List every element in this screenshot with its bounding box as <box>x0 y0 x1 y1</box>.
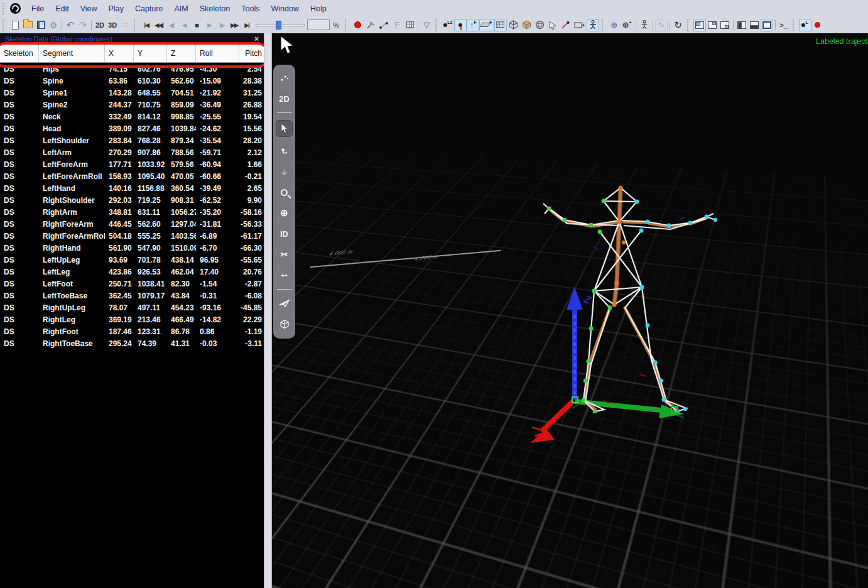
table-row[interactable]: DS LeftShoulder 283.84 768.28 879.34 -35… <box>0 134 264 146</box>
go-to-end-button[interactable]: ▶| <box>241 19 253 31</box>
table-row[interactable]: DS RightForeArmRoll 504.18 555.25 1403.5… <box>0 230 264 242</box>
record-button[interactable] <box>351 19 364 31</box>
table-row[interactable]: DS Spine1 143.28 648.55 704.51 -21.92 31… <box>0 87 264 99</box>
layout-3-button[interactable] <box>719 19 731 31</box>
stop-button[interactable]: ■ <box>190 19 203 31</box>
identify-tool[interactable]: ID <box>276 227 293 241</box>
skeleton-toggle-button[interactable] <box>587 19 599 31</box>
center-tool[interactable]: ⊕ <box>276 206 293 220</box>
layout-left-button[interactable] <box>735 19 748 31</box>
force-label-button[interactable]: F <box>391 19 403 31</box>
zoom-tool[interactable] <box>276 185 293 199</box>
volume-cube-tool[interactable] <box>276 317 293 331</box>
analog-view-button[interactable]: ∿ <box>655 19 668 31</box>
play-button[interactable]: ▶ <box>203 19 215 31</box>
layout-bottom-button[interactable] <box>748 19 761 31</box>
table-row[interactable]: DS RightToeBase 295.24 74.39 41.31 -0.03… <box>0 337 264 349</box>
view-3d-button[interactable]: 3D <box>106 19 119 31</box>
table-row[interactable]: DS Neck 332.49 814.12 998.85 -25.55 19.5… <box>0 111 264 122</box>
open-file-button[interactable] <box>21 19 35 31</box>
menu-item[interactable]: Capture <box>129 4 168 13</box>
bones-wire-button[interactable] <box>507 19 520 31</box>
camera-view-button[interactable] <box>572 19 587 31</box>
redo-button[interactable]: ↷ <box>77 19 89 31</box>
trajectory-dots-tool[interactable] <box>276 71 293 85</box>
table-row[interactable]: DS Hips 74.15 602.76 476.95 -4.30 2.54 <box>0 63 264 75</box>
table-row[interactable]: DS RightUpLeg 78.07 497.11 454.23 -93.16… <box>0 302 264 313</box>
toolbar-grip[interactable] <box>793 19 796 31</box>
panel-splitter[interactable] <box>264 33 272 588</box>
force-plate-button[interactable]: F <box>479 19 494 31</box>
select-tool-button[interactable] <box>546 19 559 31</box>
table-row[interactable]: DS LeftArm 270.29 907.86 788.56 -59.71 2… <box>0 146 264 158</box>
layout-2-button[interactable] <box>706 19 719 31</box>
table-row[interactable]: DS Spine 63.86 610.30 562.60 -15.09 28.3… <box>0 75 264 87</box>
force-arrow-button[interactable]: ↑F <box>467 19 479 31</box>
toolbar-grip[interactable] <box>687 19 691 31</box>
menu-item[interactable]: Skeleton <box>194 4 236 13</box>
paint-marker-button[interactable] <box>559 19 572 31</box>
reprocess-button[interactable]: ↻ <box>672 19 685 31</box>
save-button[interactable] <box>35 19 47 31</box>
orbit-tool[interactable]: ↷ <box>273 141 295 161</box>
qtm-app-logo-icon[interactable] <box>10 3 21 14</box>
sphere-view-button[interactable] <box>533 19 546 31</box>
fast-rewind-button[interactable]: ◀◀| <box>153 19 165 31</box>
terminal-button[interactable]: >_ <box>778 19 790 31</box>
toolbar-grip[interactable] <box>345 19 349 31</box>
layout-1-button[interactable] <box>693 19 706 31</box>
step-back-button[interactable]: ◀| <box>165 19 178 31</box>
table-row[interactable]: DS LeftUpLeg 93.69 701.78 438.14 96.95 -… <box>0 254 264 266</box>
table-row[interactable]: DS LeftFoot 250.71 1038.41 82.30 -1.54 -… <box>0 278 264 290</box>
cut-trajectory-tool[interactable]: ✂ <box>276 248 293 261</box>
menu-item[interactable]: Play <box>103 4 129 13</box>
center-on-marker-button[interactable]: ⊕+ <box>621 19 634 31</box>
close-icon[interactable]: × <box>254 35 259 43</box>
center-view-button[interactable]: ⊕ <box>608 19 621 31</box>
table-row[interactable]: DS RightShoulder 292.03 719.25 908.31 -6… <box>0 194 264 206</box>
skeleton-figure[interactable] <box>543 186 717 418</box>
table-row[interactable]: DS LeftForeArmRoll 158.93 1095.40 470.05… <box>0 170 264 182</box>
menu-item[interactable]: Edit <box>50 4 75 13</box>
data-grid-button[interactable] <box>403 19 416 31</box>
toolbar-grip[interactable] <box>3 19 6 31</box>
viewport-3d-canvas[interactable]: Z <box>272 33 868 588</box>
table-row[interactable]: DS LeftLeg 423.86 926.53 462.04 17.40 20… <box>0 266 264 278</box>
fast-forward-button[interactable]: ▶▶ <box>228 19 241 31</box>
add-trajectory-tool[interactable]: +• <box>276 268 293 282</box>
menu-item[interactable]: Help <box>305 4 332 13</box>
grid-toggle-button[interactable] <box>494 19 507 31</box>
table-row[interactable]: DS LeftHand 140.16 1156.88 360.54 -39.49… <box>0 182 264 194</box>
view-2d-button[interactable]: 2D <box>94 19 106 31</box>
toolbar-grip[interactable] <box>435 19 439 31</box>
undo-button[interactable]: ↶ <box>64 19 77 31</box>
speed-slider[interactable] <box>256 21 305 30</box>
lasso-select-tool[interactable] <box>276 297 293 310</box>
menu-item[interactable]: Tools <box>236 4 265 13</box>
toolbar-grip[interactable] <box>3 3 6 14</box>
play-backward-button[interactable]: ◀ <box>178 19 190 31</box>
toolbar-grip[interactable] <box>134 19 138 31</box>
menu-item[interactable]: AIM <box>168 4 193 13</box>
table-row[interactable]: DS Spine2 244.37 710.75 859.09 -36.49 26… <box>0 99 264 111</box>
pan-tool[interactable]: ↔↕ <box>276 165 293 178</box>
table-row[interactable]: DS RightHand 561.90 547.90 1510.09 -6.70… <box>0 242 264 254</box>
slider-handle[interactable] <box>276 21 281 30</box>
toolbar-grip[interactable] <box>602 19 605 31</box>
trajectory-filter-button[interactable]: ▽ <box>420 19 433 31</box>
table-row[interactable]: DS LeftToeBase 362.45 1079.17 43.84 -0.3… <box>0 290 264 302</box>
table-row[interactable]: DS RightFoot 187.46 123.31 86.78 0.86 -1… <box>0 325 264 337</box>
marker-trace-button[interactable] <box>454 19 467 31</box>
menu-item[interactable]: View <box>75 4 103 13</box>
person-view-button[interactable] <box>638 19 651 31</box>
project-options-button[interactable]: ⚙ <box>47 19 60 31</box>
speed-value-input[interactable] <box>307 19 330 30</box>
step-forward-button[interactable]: |▶ <box>215 19 228 31</box>
new-file-button[interactable] <box>9 19 21 31</box>
select-tool[interactable] <box>276 120 293 137</box>
bones-solid-button[interactable] <box>520 19 533 31</box>
table-row[interactable]: DS RightLeg 369.19 213.46 466.49 -14.82 … <box>0 313 264 325</box>
camera-settings-button[interactable]: ∷ <box>119 19 131 31</box>
table-row[interactable]: DS RightArm 348.81 631.11 1056.27 -35.20… <box>0 206 264 218</box>
marker-l2-button[interactable]: L2 <box>442 19 454 31</box>
